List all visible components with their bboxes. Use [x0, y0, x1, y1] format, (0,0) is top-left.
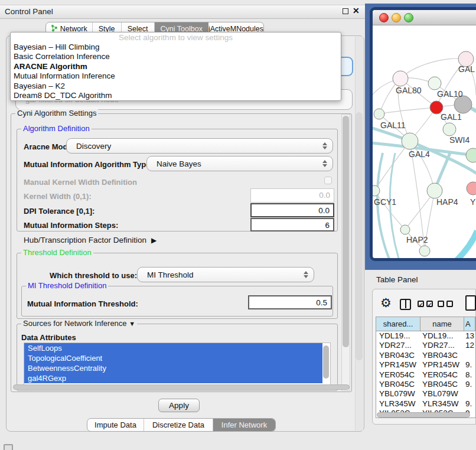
gear-icon[interactable]: ⚙	[380, 296, 392, 310]
node-hap2[interactable]	[400, 225, 410, 234]
apply-button[interactable]: Apply	[158, 399, 200, 412]
table-cell[interactable]: YPR145W	[376, 360, 420, 370]
table-row[interactable]: YDR27...YDR27...12	[376, 341, 475, 350]
table-cell[interactable]: 9.	[464, 399, 475, 409]
aracne-mode-combo[interactable]: Discovery	[66, 138, 333, 154]
table-cell[interactable]: YDR27...	[420, 341, 464, 350]
settings-hscrollbar[interactable]	[13, 384, 350, 390]
table-cell[interactable]: YER054C	[420, 370, 464, 380]
manual-kernel-checkbox[interactable]	[324, 177, 332, 184]
tab-impute-data[interactable]: Impute Data	[87, 419, 144, 431]
list-scrollbar-thumb[interactable]	[323, 345, 329, 379]
table-cell[interactable]: YBR043C	[420, 351, 464, 360]
table-cell[interactable]: YBR045C	[420, 380, 464, 389]
app-root: Control Panel ✕ Network Style Select Cyn…	[0, 0, 476, 450]
algorithm-option[interactable]: Bayesian – Hill Climbing	[11, 43, 341, 52]
table-cell[interactable]: YBL079W	[420, 389, 464, 399]
columns-icon[interactable]	[400, 299, 411, 310]
close-icon[interactable]: ✕	[353, 6, 360, 15]
table-row[interactable]: YPR145WYPR145W9.	[376, 360, 475, 370]
which-threshold-combo[interactable]: MI Threshold	[137, 267, 314, 282]
float-panel-icon[interactable]	[343, 8, 348, 14]
unselect-all-columns-icon[interactable]	[438, 301, 453, 307]
node-gal80[interactable]	[393, 71, 408, 86]
settings-scrollbar-thumb[interactable]	[343, 116, 349, 347]
table-cell[interactable]: YBR043C	[376, 351, 420, 360]
list-item[interactable]: gal4RGexp	[24, 373, 322, 383]
close-window-icon[interactable]	[379, 13, 389, 22]
control-panel-title: Control Panel	[5, 7, 53, 16]
node-hap4[interactable]	[427, 183, 442, 198]
table-hscrollbar[interactable]	[377, 412, 470, 418]
table-cell[interactable]	[464, 351, 475, 360]
table-cell[interactable]: YLR345W	[420, 399, 464, 409]
inference-algorithm-combo-fragment[interactable]	[341, 57, 353, 76]
network-canvas[interactable]: GAL GAL80 GAL10 GAL1 GAL11 SWI4 GAL4 GCY…	[373, 25, 476, 258]
select-all-columns-icon[interactable]: ✓ ✓	[418, 301, 433, 307]
checked-box-icon: ✓	[426, 301, 433, 307]
tab-discretize-data[interactable]: Discretize Data	[144, 419, 213, 431]
new-table-icon[interactable]	[465, 295, 476, 311]
mi-type-combo[interactable]: Naive Bayes	[146, 156, 333, 171]
table-cell[interactable]: YER054C	[376, 370, 420, 380]
algorithm-option[interactable]: Bayesian – K2	[11, 81, 341, 91]
table-row[interactable]: YER054CYER054C8.	[376, 370, 475, 380]
which-threshold-value: MI Threshold	[138, 270, 304, 279]
minimize-window-icon[interactable]	[392, 13, 401, 22]
network-view-window: GAL GAL80 GAL10 GAL1 GAL11 SWI4 GAL4 GCY…	[370, 7, 476, 261]
node-label: GAL4	[409, 149, 430, 159]
table-row[interactable]: YLR345WYLR345W9.	[376, 399, 475, 409]
node-gal10[interactable]	[428, 77, 441, 90]
node-table: shared... name A YDL19...YDL19...13 YDR2…	[376, 317, 476, 418]
table-cell[interactable]: YDR27...	[376, 341, 420, 350]
algorithm-option[interactable]: Basic Correlation Inference	[11, 52, 341, 61]
table-cell[interactable]: 12	[464, 341, 475, 350]
algorithm-option[interactable]: Mutual Information Inference	[11, 71, 341, 81]
node-label: GAL80	[396, 86, 422, 95]
table-row[interactable]: YBL079WYBL079W	[376, 389, 475, 399]
table-cell[interactable]: 9.	[464, 380, 475, 389]
table-cell[interactable]	[464, 389, 475, 399]
minimized-panel-icon[interactable]	[4, 444, 13, 450]
algorithm-option[interactable]: Dream8 DC_TDC Algorithm	[11, 91, 341, 100]
mi-threshold-label: Mutual Information Threshold:	[27, 299, 138, 308]
mi-threshold-field[interactable]: 0.5	[248, 295, 332, 309]
zoom-window-icon[interactable]	[404, 13, 413, 22]
table-row[interactable]: YBR043CYBR043C	[376, 351, 475, 360]
node-label: SWI4	[449, 135, 470, 145]
column-header[interactable]: shared...	[376, 317, 420, 331]
panel-scrollbar-thumb[interactable]	[356, 112, 363, 360]
node-right-green[interactable]	[466, 148, 476, 162]
network-window-titlebar[interactable]	[373, 10, 476, 25]
table-cell[interactable]: 9.	[464, 360, 475, 370]
node-label: GAL	[458, 64, 475, 74]
mi-steps-field[interactable]: 6	[250, 218, 334, 231]
table-cell[interactable]: YDL19...	[376, 331, 420, 341]
table-cell[interactable]: 13	[464, 331, 475, 341]
sources-group-title[interactable]: Sources for Network Inference ▼	[21, 319, 137, 328]
list-item[interactable]: SelfLoops	[24, 343, 322, 353]
column-header[interactable]: name	[420, 317, 464, 331]
table-cell[interactable]: YBL079W	[376, 389, 420, 399]
table-cell[interactable]: YLR345W	[376, 399, 420, 409]
dpi-tolerance-field[interactable]: 0.0	[250, 203, 334, 217]
table-cell[interactable]: YPR145W	[420, 360, 464, 370]
checked-box-icon: ✓	[418, 301, 424, 307]
list-item[interactable]: TopologicalCoefficient	[24, 353, 322, 363]
table-row[interactable]: YBR045CYBR045C9.	[376, 380, 475, 389]
node-salmon[interactable]	[467, 182, 476, 195]
node-gal4[interactable]	[402, 133, 418, 149]
node-bottom[interactable]	[419, 246, 430, 256]
tab-infer-network[interactable]: Infer Network	[213, 419, 275, 431]
node-swi4[interactable]	[443, 123, 456, 136]
hub-tf-definition-toggle[interactable]: Hub/Transcription Factor Definition ▶	[24, 236, 157, 244]
column-header[interactable]: A	[464, 317, 475, 331]
algorithm-option-selected[interactable]: ARACNE Algorithm	[11, 62, 341, 71]
table-cell[interactable]: YDL19...	[420, 331, 464, 341]
table-cell[interactable]: YBR045C	[376, 380, 420, 389]
list-item[interactable]: BetweennessCentrality	[24, 363, 322, 373]
node-gal11[interactable]	[374, 109, 384, 119]
table-cell[interactable]: 8.	[464, 370, 475, 380]
kernel-width-field[interactable]: 0.0	[250, 188, 334, 203]
table-row[interactable]: YDL19...YDL19...13	[376, 331, 475, 341]
